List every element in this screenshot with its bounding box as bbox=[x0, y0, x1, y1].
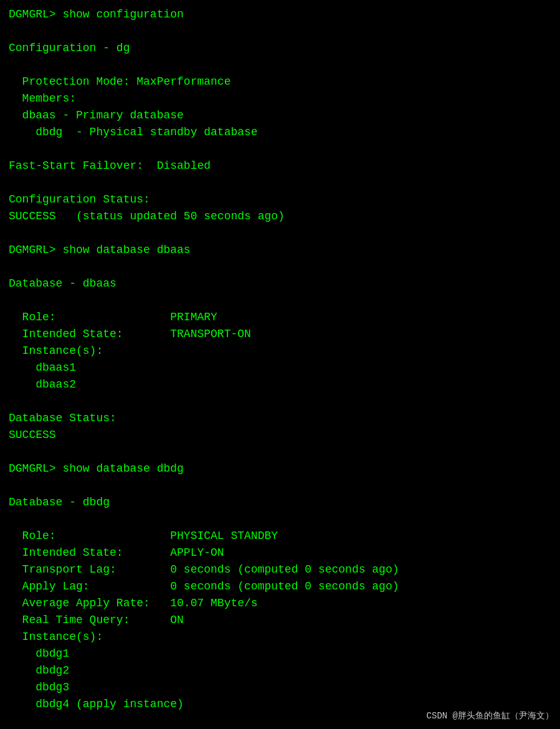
terminal-output: DGMGRL> show configuration Configuration… bbox=[9, 6, 551, 729]
watermark: CSDN @胖头鱼的鱼缸（尹海文） bbox=[427, 710, 554, 723]
